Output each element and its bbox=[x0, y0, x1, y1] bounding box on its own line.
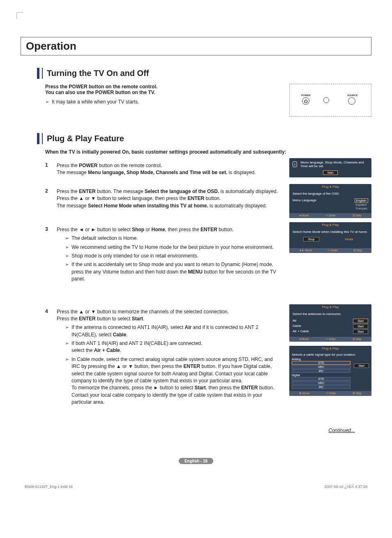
step4-right: Plug & Play Select the antennas to memor… bbox=[289, 304, 371, 400]
step4-row: 4 Press the ▲ or ▼ button to memorize th… bbox=[45, 304, 371, 415]
t: is automatically displayed. bbox=[208, 203, 267, 209]
doc-id: BN68-01192T_Eng-1.indd 16 bbox=[25, 485, 73, 489]
arrow-icon: ➢ bbox=[45, 99, 49, 106]
foot-skip: ☰ Skip bbox=[353, 214, 362, 217]
t: Press the bbox=[57, 189, 79, 194]
step2-right: Plug & Play Select the language of the O… bbox=[289, 184, 371, 222]
small-button-icon bbox=[323, 97, 329, 103]
t: Press the bbox=[57, 316, 79, 322]
foot-skip: ☰ Skip bbox=[353, 338, 362, 341]
t: Enter bbox=[329, 392, 336, 395]
step1-body: Press the POWER button on the remote con… bbox=[57, 162, 282, 177]
crop-mark-tl bbox=[16, 12, 23, 19]
page: Operation Turning the TV On and Off Pres… bbox=[0, 0, 392, 538]
step2-row: 2 Press the ENTER button. The message Se… bbox=[45, 184, 371, 222]
step4-left: 4 Press the ▲ or ▼ button to memorize th… bbox=[45, 304, 282, 415]
section1-note-text: It may take a while when your TV starts. bbox=[52, 99, 282, 106]
foot-skip: ☰ Skip bbox=[353, 392, 362, 395]
osd-home-mode: Plug & Play Select Home Mode when instal… bbox=[289, 222, 371, 253]
power-button-icon: ⏻ bbox=[302, 97, 309, 105]
t: POWER bbox=[79, 163, 97, 168]
t: Start bbox=[353, 329, 368, 334]
t: Select Home Mode when installing this TV… bbox=[88, 203, 208, 209]
arrow-icon: ➢ bbox=[65, 261, 69, 268]
step1: 1 Press the POWER button on the remote c… bbox=[45, 162, 282, 177]
step4: 4 Press the ▲ or ▼ button to memorize th… bbox=[45, 308, 282, 408]
step4-b2: ➢If both ANT 1 IN(AIR) and ANT 2 IN(CABL… bbox=[65, 340, 282, 354]
step3-left: 3 Press the ◄ or ► button to select Shop… bbox=[45, 222, 282, 292]
step3-body: Press the ◄ or ► button to select Shop o… bbox=[57, 226, 282, 285]
t: Press the ▲ or ▼ button to select langua… bbox=[57, 195, 188, 201]
osd5-d-hrc: HRC bbox=[292, 381, 350, 385]
osd4-r0: AirStart bbox=[293, 318, 368, 324]
t: Start bbox=[353, 319, 368, 323]
continued-label: Continued... bbox=[21, 428, 371, 433]
page-footer-center: English - 16 bbox=[21, 458, 371, 464]
t: Cable bbox=[293, 324, 301, 329]
osd4-body: Select the antennas to memorize. AirStar… bbox=[289, 310, 371, 337]
arrow-icon: ➢ bbox=[65, 356, 69, 363]
t: button. bbox=[217, 227, 234, 232]
osd5-msg: Selects a cable signal type for your loc… bbox=[292, 353, 369, 356]
step2-left: 2 Press the ENTER button. The message Se… bbox=[45, 184, 282, 217]
section1-note: ➢ It may take a while when your TV start… bbox=[45, 99, 282, 106]
osd5-start: Start bbox=[354, 363, 369, 368]
step1-row: 1 Press the POWER button on the remote c… bbox=[45, 158, 371, 184]
arrow-icon: ➢ bbox=[65, 235, 69, 242]
t: Air bbox=[184, 324, 191, 330]
foot-skip: ☰ Skip bbox=[353, 249, 362, 252]
intro-line2: You can also use the POWER button on the… bbox=[45, 90, 155, 95]
section1-intro: Press the POWER button on the remote con… bbox=[45, 84, 282, 95]
section2-intro: When the TV is initially powered On, bas… bbox=[45, 149, 371, 155]
header-bar2-icon bbox=[42, 133, 43, 144]
t: Menu language, Shop Mode, Channels and T… bbox=[88, 170, 227, 175]
t: We recommend setting the TV to Home mode… bbox=[71, 244, 282, 251]
osd2-footer: ♦ Move ⏎ Enter ☰ Skip bbox=[289, 213, 371, 218]
osd1-body: i Menu language, Shop Mode, Channels and… bbox=[289, 158, 371, 177]
t: Skip bbox=[357, 249, 362, 252]
step3-b3: ➢Shop mode is only intended for use in r… bbox=[65, 253, 282, 260]
step4-b3: ➢In Cable mode, select the correct analo… bbox=[65, 356, 282, 406]
section1-right: POWER SOURCE ⏻ bbox=[289, 84, 371, 117]
foot-enter: ⏎ Enter bbox=[325, 214, 336, 217]
step1-right: i Menu language, Shop Mode, Channels and… bbox=[289, 158, 371, 182]
osd4-r1: CableStart bbox=[293, 324, 368, 329]
foot-move: ◄► Move bbox=[299, 249, 312, 252]
t: Air + Cable bbox=[94, 347, 120, 353]
t: Start bbox=[194, 385, 205, 391]
foot-enter: ⏎ Enter bbox=[325, 338, 336, 341]
foot-move: ♦ Move bbox=[300, 338, 309, 341]
t: Skip bbox=[356, 214, 362, 217]
t: If the antenna is connected to ANT1 IN(A… bbox=[71, 324, 184, 330]
t: ENTER bbox=[79, 316, 96, 322]
foot-move: ♦ Move bbox=[300, 214, 309, 217]
t: Skip bbox=[356, 392, 362, 395]
osd5-title: Plug & Play bbox=[289, 346, 371, 351]
osd3-title: Plug & Play bbox=[289, 222, 371, 228]
t: Press the ▲ or ▼ button to memorize the … bbox=[57, 309, 229, 315]
t: , then press the bbox=[165, 227, 201, 232]
t: Shop bbox=[132, 227, 144, 232]
arrow-icon: ➢ bbox=[65, 253, 69, 260]
step4-num: 4 bbox=[45, 308, 51, 408]
osd3-home: Home bbox=[341, 237, 357, 241]
t: . bbox=[126, 332, 127, 338]
osd-initial: i Menu language, Shop Mode, Channels and… bbox=[289, 158, 371, 177]
step2: 2 Press the ENTER button. The message Se… bbox=[45, 188, 282, 209]
step4-body: Press the ▲ or ▼ button to memorize the … bbox=[57, 308, 282, 408]
t: ENTER bbox=[188, 195, 205, 201]
osd5-d-irc: IRC bbox=[292, 385, 350, 389]
arrow-icon: ➢ bbox=[65, 340, 69, 347]
step3-num: 3 bbox=[45, 226, 51, 285]
section1-content: Press the POWER button on the remote con… bbox=[45, 84, 371, 117]
t: Move bbox=[305, 249, 312, 252]
osd2-opt-english: English bbox=[355, 198, 368, 203]
osd-cable-signal: Plug & Play Selects a cable signal type … bbox=[289, 346, 371, 396]
t: Enter bbox=[331, 249, 338, 252]
t: ENTER bbox=[184, 363, 201, 369]
t: select the bbox=[71, 347, 94, 353]
t: If both ANT 1 IN(AIR) and ANT 2 IN(CABLE… bbox=[71, 340, 282, 354]
t: or bbox=[144, 227, 151, 232]
osd-antenna: Plug & Play Select the antennas to memor… bbox=[289, 304, 371, 342]
step2-num: 2 bbox=[45, 188, 51, 209]
